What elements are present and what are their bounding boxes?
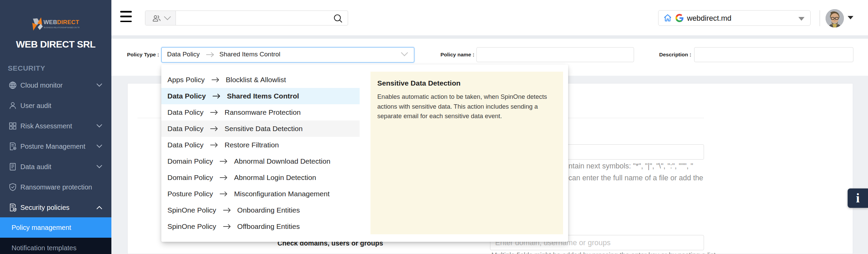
svg-text:BUSINESS RELATIONSHIP BASED ON: BUSINESS RELATIONSHIP BASED ON TRUST [44, 26, 79, 29]
svg-text:DIRECT: DIRECT [57, 19, 79, 25]
svg-text:WEB: WEB [43, 19, 57, 25]
